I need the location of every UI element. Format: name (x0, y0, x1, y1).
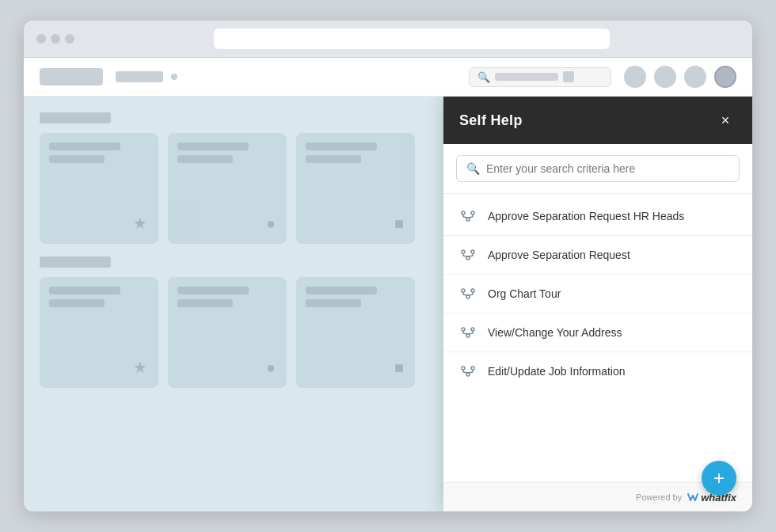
header-nav-dot (171, 74, 177, 80)
card-icon-circle: ● (266, 215, 276, 233)
svg-line-18 (463, 294, 468, 295)
svg-point-0 (462, 211, 465, 215)
card-text-line (306, 287, 377, 294)
panel-item-label-2: Approve Separation Request (488, 249, 630, 261)
browser-dot-red (36, 34, 46, 44)
card-4[interactable]: ★ (40, 277, 158, 388)
card-icon-star: ★ (133, 214, 147, 233)
header-search[interactable]: 🔍 (469, 67, 611, 87)
svg-line-27 (468, 333, 473, 334)
header-icons (624, 66, 736, 88)
item-flow-icon-5 (459, 363, 477, 379)
svg-point-29 (471, 367, 474, 370)
panel-search-box[interactable]: 🔍 (456, 155, 740, 182)
header-search-arrow (563, 71, 574, 82)
browser-dot-green (65, 34, 74, 44)
header-icon-circle-1[interactable] (624, 66, 646, 88)
svg-point-9 (466, 256, 470, 260)
card-5[interactable]: ● (168, 277, 287, 388)
footer-powered-text: Powered by (636, 492, 682, 502)
card-text-line-short (49, 299, 105, 307)
svg-point-2 (466, 218, 470, 221)
card-text-line (177, 142, 249, 150)
svg-point-8 (471, 250, 474, 253)
svg-point-1 (471, 211, 474, 215)
card-text-line-short (306, 155, 361, 163)
header-icon-circle-2[interactable] (654, 66, 676, 88)
card-text-line-short (177, 155, 233, 163)
svg-point-30 (466, 373, 470, 376)
panel-item-label-4: View/Change Your Address (488, 326, 622, 339)
svg-point-7 (462, 250, 465, 253)
card-icon-circle: ● (266, 359, 276, 377)
card-text-line-short (49, 155, 105, 163)
header-search-icon: 🔍 (477, 71, 490, 83)
browser-window: 🔍 ★ ● (24, 21, 752, 511)
card-text-line-short (177, 299, 233, 307)
card-3[interactable]: ■ (296, 133, 415, 244)
app-content: ★ ● ■ ★ (24, 97, 752, 511)
card-text-line (49, 287, 120, 294)
app-header: 🔍 (24, 58, 752, 97)
panel-item-5[interactable]: Edit/Update Job Information (443, 352, 752, 390)
browser-dot-yellow (51, 34, 60, 44)
svg-line-25 (463, 333, 468, 334)
svg-point-22 (471, 328, 474, 331)
panel-search-wrapper: 🔍 (443, 144, 752, 194)
header-search-text-placeholder (495, 73, 558, 81)
panel-search-icon: 🔍 (466, 162, 480, 175)
panel-item-1[interactable]: Approve Separation Request HR Heads (443, 197, 752, 236)
card-6[interactable]: ■ (296, 277, 415, 388)
panel-item-3[interactable]: Org Chart Tour (443, 275, 752, 314)
header-nav-item[interactable] (116, 71, 163, 82)
card-icon-star: ★ (133, 358, 147, 377)
card-text-line (306, 142, 377, 150)
card-text-line (177, 287, 249, 294)
panel-item-label-3: Org Chart Tour (488, 287, 561, 300)
svg-point-28 (462, 367, 465, 370)
card-1[interactable]: ★ (40, 133, 158, 244)
header-icon-circle-3[interactable] (684, 66, 706, 88)
panel-item-label-5: Edit/Update Job Information (488, 365, 626, 378)
svg-line-6 (468, 217, 473, 218)
whatfix-logo-icon (687, 491, 699, 504)
section-label-2 (40, 256, 111, 268)
svg-line-13 (468, 256, 473, 256)
browser-address-bar[interactable] (214, 28, 610, 49)
panel-item-4[interactable]: View/Change Your Address (443, 314, 752, 352)
svg-point-23 (466, 334, 470, 337)
svg-point-14 (462, 289, 465, 292)
app-logo (40, 68, 103, 86)
panel-item-label-1: Approve Separation Request HR Heads (488, 210, 684, 222)
svg-line-32 (463, 372, 468, 373)
card-icon-square: ■ (394, 215, 404, 233)
item-flow-icon-4 (459, 325, 477, 340)
panel-close-button[interactable]: × (714, 109, 736, 131)
panel-search-input[interactable] (486, 162, 729, 175)
card-text-line (49, 142, 120, 150)
svg-line-20 (468, 294, 473, 295)
self-help-panel: Self Help × 🔍 (443, 97, 752, 511)
panel-item-2[interactable]: Approve Separation Request (443, 236, 752, 275)
item-flow-icon-1 (459, 208, 477, 224)
browser-chrome (24, 21, 752, 58)
panel-header: Self Help × (443, 97, 752, 144)
section-label-1 (40, 112, 111, 124)
svg-line-4 (463, 217, 468, 218)
fab-button[interactable]: + (702, 461, 736, 496)
svg-point-21 (462, 328, 465, 331)
browser-dots (36, 34, 74, 44)
card-icon-square: ■ (394, 359, 404, 377)
card-2[interactable]: ● (168, 133, 287, 244)
item-flow-icon-3 (459, 286, 477, 302)
svg-line-34 (468, 372, 473, 373)
panel-items-list: Approve Separation Request HR Heads (443, 194, 752, 482)
svg-point-16 (466, 295, 470, 298)
svg-point-15 (471, 289, 474, 292)
svg-line-11 (463, 256, 468, 256)
item-flow-icon-2 (459, 247, 477, 263)
header-nav (116, 71, 177, 82)
card-text-line-short (306, 299, 361, 307)
panel-title: Self Help (459, 112, 523, 129)
avatar[interactable] (714, 66, 736, 88)
